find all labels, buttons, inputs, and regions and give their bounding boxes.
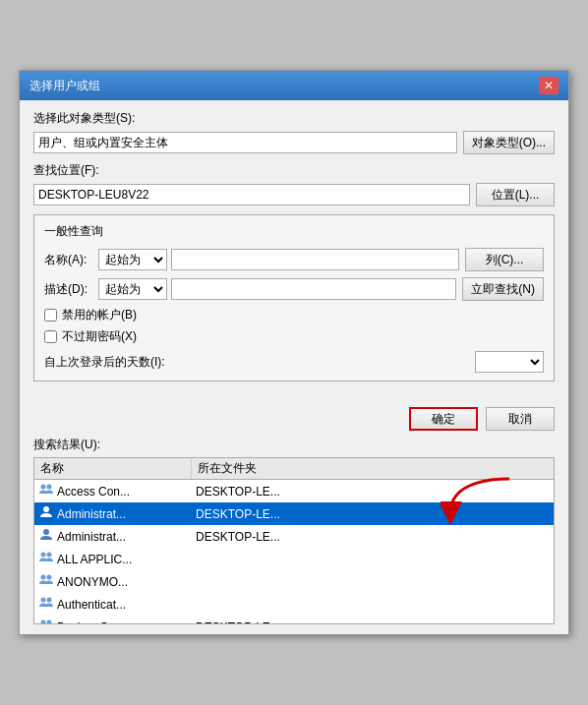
desc-query-row: 描述(D): 起始为 立即查找(N): [44, 277, 544, 301]
col-folder-header: 所在文件夹: [192, 458, 554, 479]
table-row[interactable]: Administrat...DESKTOP-LE...: [34, 525, 554, 548]
disabled-accounts-row: 禁用的帐户(B): [44, 307, 544, 323]
cell-folder: DESKTOP-LE...: [192, 529, 554, 545]
cell-name-text: Backup Op...: [57, 620, 125, 625]
cell-folder: [192, 604, 554, 606]
table-row[interactable]: Access Con...DESKTOP-LE...: [34, 480, 554, 502]
search-now-button[interactable]: 立即查找(N): [462, 277, 544, 301]
location-button[interactable]: 位置(L)...: [476, 183, 555, 206]
cell-folder: [192, 581, 554, 583]
cell-folder: DESKTOP-LE...: [192, 484, 554, 499]
svg-point-11: [47, 620, 52, 625]
svg-point-1: [47, 485, 52, 490]
days-row: 自上次登录后的天数(I):: [44, 351, 544, 373]
name-query-label: 名称(A):: [44, 252, 98, 268]
table-row[interactable]: ANONYMO...: [34, 570, 554, 593]
results-header: 名称 所在文件夹: [34, 458, 554, 480]
row-icon: [38, 617, 54, 624]
cell-name-text: Administrat...: [57, 507, 126, 521]
desc-query-label: 描述(D):: [44, 281, 98, 298]
select-user-dialog: 选择用户或组 ✕ 选择此对象类型(S): 对象类型(O)... 查找位置(F):…: [19, 70, 569, 635]
close-button[interactable]: ✕: [539, 77, 559, 94]
cell-name-text: ALL APPLIC...: [57, 553, 132, 566]
desc-query-input[interactable]: [171, 278, 456, 300]
dialog-title: 选择用户或组: [29, 78, 100, 94]
cell-name-text: Administrat...: [57, 530, 126, 544]
cell-name-text: Authenticat...: [57, 598, 126, 612]
cell-name: Access Con...: [34, 481, 192, 501]
days-select[interactable]: [475, 351, 544, 373]
location-row: 位置(L)...: [33, 183, 555, 206]
desc-query-select[interactable]: 起始为: [98, 278, 167, 300]
no-expire-password-label: 不过期密码(X): [62, 328, 137, 345]
cell-name: Administrat...: [34, 503, 192, 524]
dialog-body: 选择此对象类型(S): 对象类型(O)... 查找位置(F): 位置(L)...…: [20, 100, 568, 401]
table-row[interactable]: ALL APPLIC...: [34, 548, 554, 570]
object-type-button[interactable]: 对象类型(O)...: [463, 131, 555, 154]
no-expire-password-checkbox[interactable]: [44, 330, 57, 343]
title-bar: 选择用户或组 ✕: [20, 71, 568, 100]
name-query-select[interactable]: 起始为: [98, 249, 167, 270]
general-query-title: 一般性查询: [44, 223, 544, 240]
svg-point-0: [41, 485, 46, 490]
no-expire-password-row: 不过期密码(X): [44, 328, 544, 345]
row-icon: [38, 504, 54, 523]
days-label: 自上次登录后的天数(I):: [44, 354, 475, 371]
svg-point-9: [47, 598, 52, 603]
general-query-box: 一般性查询 名称(A): 起始为 列(C)... 描述(D): 起始为 立即查找…: [33, 214, 555, 382]
disabled-accounts-label: 禁用的帐户(B): [62, 307, 137, 323]
search-results-label: 搜索结果(U):: [33, 437, 555, 453]
results-table: 名称 所在文件夹 Access Con...DESKTOP-LE...Admin…: [33, 457, 555, 624]
ok-button[interactable]: 确定: [409, 407, 478, 431]
svg-point-10: [41, 620, 46, 625]
svg-point-7: [47, 575, 52, 580]
cell-name-text: ANONYMO...: [57, 575, 128, 589]
cols-button[interactable]: 列(C)...: [465, 248, 544, 271]
cell-name: ANONYMO...: [34, 571, 192, 592]
disabled-accounts-checkbox[interactable]: [44, 309, 57, 322]
svg-point-3: [43, 529, 49, 535]
row-icon: [38, 482, 54, 500]
cell-name: Administrat...: [34, 526, 192, 547]
row-icon: [38, 572, 54, 591]
row-icon: [38, 550, 54, 568]
name-query-input[interactable]: [171, 249, 459, 270]
bottom-section: 确定 取消 搜索结果(U): 名称 所在文件夹 Access Con...DES…: [20, 401, 568, 634]
svg-point-2: [43, 506, 49, 512]
cell-name: Authenticat...: [34, 594, 192, 615]
table-row[interactable]: Authenticat...: [34, 593, 554, 616]
ok-cancel-row: 确定 取消: [33, 407, 555, 431]
cell-name: ALL APPLIC...: [34, 549, 192, 569]
location-input[interactable]: [33, 184, 470, 206]
object-type-row: 对象类型(O)...: [33, 131, 555, 154]
location-label: 查找位置(F):: [33, 162, 555, 179]
row-icon: [38, 595, 54, 614]
svg-point-5: [47, 553, 52, 558]
object-type-label: 选择此对象类型(S):: [33, 110, 555, 127]
results-body: Access Con...DESKTOP-LE...Administrat...…: [34, 480, 554, 624]
col-name-header: 名称: [34, 458, 192, 479]
svg-point-6: [41, 575, 46, 580]
name-query-row: 名称(A): 起始为 列(C)...: [44, 248, 544, 271]
svg-point-8: [41, 598, 46, 603]
table-row[interactable]: Backup Op...DESKTOP-LE...: [34, 616, 554, 624]
svg-point-4: [41, 553, 46, 558]
cell-name: Backup Op...: [34, 617, 192, 624]
row-icon: [38, 527, 54, 546]
table-row[interactable]: Administrat...DESKTOP-LE...: [34, 502, 554, 525]
object-type-input[interactable]: [33, 132, 457, 153]
cell-folder: DESKTOP-LE...: [192, 506, 554, 522]
cell-folder: [192, 558, 554, 560]
cell-name-text: Access Con...: [57, 485, 130, 499]
cell-folder: DESKTOP-LE...: [192, 619, 554, 625]
cancel-button[interactable]: 取消: [486, 407, 555, 431]
